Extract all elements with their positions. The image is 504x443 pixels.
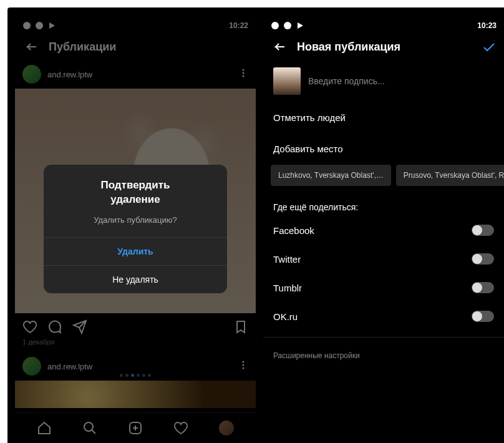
confirm-icon[interactable] [482, 40, 495, 54]
location-chip[interactable]: Prusovo, Tverskaya Oblast', R… [396, 165, 504, 186]
share-section-title: Где ещё поделиться: [263, 191, 504, 216]
toggle[interactable] [472, 282, 494, 293]
share-twitter: Twitter [263, 245, 504, 273]
phone-left: 10:22 Публикации and.rew.lptw [15, 15, 256, 443]
share-okru: OK.ru [263, 302, 504, 331]
dialog-message: Удалить публикацию? [44, 209, 226, 237]
phone-right: 10:23 Новая публикация Введите подпись..… [263, 15, 504, 443]
viber-icon [271, 21, 279, 30]
share-label: OK.ru [273, 311, 298, 322]
share-label: Facebook [273, 225, 314, 236]
statusbar-icons [271, 21, 304, 30]
share-tumblr: Tumblr [263, 273, 504, 302]
add-location-button[interactable]: Добавить место [263, 134, 504, 165]
location-suggestions: Luzhkovo, Tverskaya Oblast',… Prusovo, T… [263, 165, 504, 191]
toggle[interactable] [472, 311, 494, 322]
appbar: Новая публикация [263, 34, 504, 60]
share-label: Twitter [273, 254, 301, 265]
caption-input[interactable]: Введите подпись... [308, 76, 385, 86]
svg-point-11 [284, 22, 291, 29]
cancel-button[interactable]: Не удалять [44, 265, 226, 293]
media-thumbnail[interactable] [273, 67, 301, 95]
page-title: Новая публикация [297, 41, 400, 54]
delete-button[interactable]: Удалить [44, 237, 226, 265]
location-chip[interactable]: Luzhkovo, Tverskaya Oblast',… [271, 165, 391, 186]
toggle[interactable] [472, 225, 494, 236]
play-icon [296, 21, 304, 30]
dialog-backdrop: Подтвердить удаление Удалить публикацию?… [15, 15, 256, 443]
caption-row: Введите подпись... [263, 60, 504, 102]
back-icon[interactable] [272, 40, 286, 54]
svg-point-10 [271, 22, 279, 29]
share-label: Tumblr [273, 283, 302, 293]
share-facebook: Facebook [263, 216, 504, 245]
tag-people-button[interactable]: Отметить людей [263, 102, 504, 134]
statusbar: 10:23 [263, 15, 504, 34]
clock: 10:23 [477, 21, 497, 30]
confirm-dialog: Подтвердить удаление Удалить публикацию?… [44, 165, 226, 294]
advanced-settings-button[interactable]: Расширенные настройки [263, 337, 504, 374]
dialog-title: Подтвердить удаление [44, 165, 226, 210]
toggle[interactable] [472, 253, 494, 265]
viber-icon [283, 21, 292, 30]
